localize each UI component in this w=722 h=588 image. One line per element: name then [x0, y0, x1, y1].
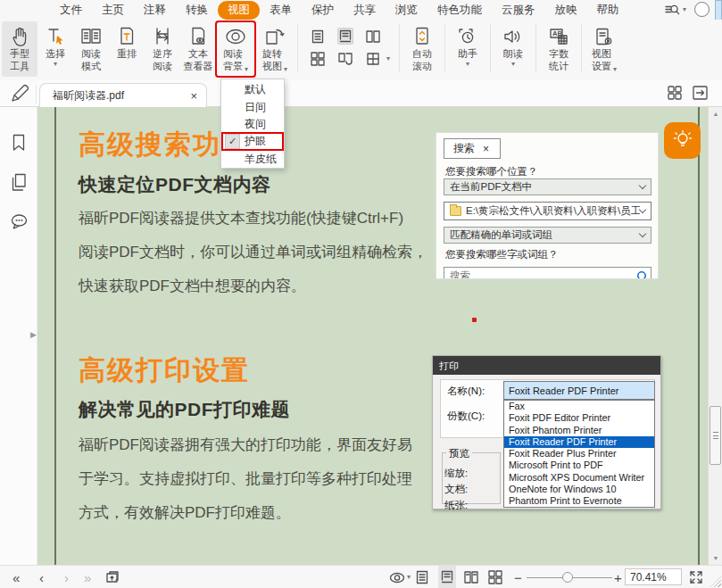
page-display-group: ▾ [301, 21, 386, 67]
cover-mode-icon[interactable] [337, 50, 353, 67]
paragraph-line: 于学习。支持虚拟打印、批量打印等多种打印处理 [79, 462, 412, 496]
thumb-grip [713, 432, 718, 439]
magnifier-icon [636, 269, 648, 279]
word-count-icon: AB [547, 24, 570, 48]
read-background-button[interactable]: 阅读 背景▾ [216, 21, 255, 77]
resize-grip[interactable] [710, 576, 721, 587]
hand-tool-button[interactable]: 手型 工具 [2, 21, 37, 77]
menu-item-parchment[interactable]: 羊皮纸 [221, 151, 284, 168]
prev-page-button[interactable]: ‹ [39, 566, 44, 588]
tip-lightbulb-button[interactable] [664, 122, 701, 159]
toolbar-label: 字数 统计 [549, 48, 568, 73]
menu-view[interactable]: 视图 [218, 1, 260, 20]
menu-home[interactable]: 主页 [92, 1, 134, 20]
expand-panel-icon[interactable]: ▶ [30, 330, 37, 339]
bookmarks-panel-icon[interactable] [9, 132, 29, 157]
reverse-order-icon [152, 24, 173, 48]
document-tab[interactable]: 福昕阅读器.pdf × [39, 83, 207, 107]
scroll-down-icon[interactable]: ▼ [709, 555, 722, 561]
word-count-button[interactable]: AB 字数 统计 [539, 21, 578, 77]
ribbon-search-button[interactable]: ▾ [664, 3, 686, 17]
view-mode-eye-button[interactable] [389, 566, 405, 588]
next-page-button[interactable]: › [64, 566, 69, 588]
paragraph-line: 快速获取PDF文档中想要的内容。 [79, 269, 427, 303]
text-viewer-button[interactable]: 文本 查看器 [180, 21, 216, 77]
annotate-pencil-icon[interactable] [10, 84, 29, 107]
chevron-down-icon: ▾ [284, 66, 287, 73]
text-viewer-icon [187, 24, 209, 48]
tab-grid-view-icon[interactable] [667, 85, 683, 104]
menu-play[interactable]: 放映 [545, 1, 587, 20]
panel-toggle-icon[interactable] [692, 85, 710, 104]
chevron-down-icon[interactable]: ▾ [407, 566, 411, 588]
split-view-icon[interactable]: ▾ [365, 50, 381, 67]
chevron-down-icon [639, 206, 646, 213]
menu-cloud[interactable]: 云服务 [492, 1, 545, 20]
search-path-value: E:\黄宗松文件\入职资料\入职资料\员工· [466, 204, 640, 218]
read-aloud-button[interactable]: 朗读 ▾ [494, 21, 533, 77]
menu-item-label: 羊皮纸 [245, 152, 277, 167]
view-ribbon-toolbar: 手型 工具 选择 ▾ 阅读 模式 重排 逆序 阅读 文本 查看器 阅读 背景▾ [0, 20, 722, 80]
auto-scroll-button[interactable]: 自动 滚动 [402, 21, 442, 77]
assistant-button[interactable]: 助手 ▾ [448, 21, 487, 77]
page-thumbnail-icon[interactable] [105, 566, 120, 588]
menu-convert[interactable]: 转换 [176, 1, 218, 20]
facing-continuous-icon[interactable] [310, 50, 326, 67]
menu-item-night[interactable]: 夜间 [221, 116, 284, 133]
menu-item-label: 日间 [245, 100, 266, 115]
printer-dropdown-list: Fax Foxit PDF Editor Printer Foxit Phant… [503, 400, 655, 508]
chevron-down-icon [639, 182, 646, 189]
reverse-read-button[interactable]: 逆序 阅读 [145, 21, 180, 77]
status-continuous-icon[interactable] [438, 566, 456, 588]
chevron-down-icon: ▾ [245, 66, 248, 73]
continuous-page-icon[interactable] [337, 28, 353, 45]
status-facing-continuous-icon[interactable] [488, 566, 502, 588]
printer-option-selected: Foxit Reader PDF Printer [504, 436, 654, 448]
menu-browse[interactable]: 浏览 [386, 1, 427, 20]
select-button[interactable]: 选择 ▾ [37, 21, 73, 77]
menu-comment[interactable]: 注释 [134, 1, 176, 20]
close-tab-icon[interactable]: × [190, 89, 197, 103]
zoom-level-input[interactable] [625, 568, 682, 585]
hand-icon [9, 24, 30, 48]
toolbar-label: 手型 工具 [10, 48, 29, 73]
menu-item-default[interactable]: 默认 [221, 81, 284, 98]
last-page-button[interactable]: » [84, 566, 91, 588]
scroll-up-icon[interactable]: ▲ [709, 111, 722, 117]
menu-item-label: 夜间 [245, 117, 266, 132]
pages-panel-icon[interactable] [9, 171, 29, 196]
facing-page-icon[interactable] [365, 28, 381, 45]
vertical-scrollbar[interactable]: ▲ ▼ [708, 107, 722, 565]
menu-item-day[interactable]: 日间 [221, 98, 284, 115]
toolbar-label: 旋转 视图 [262, 48, 282, 73]
status-facing-icon[interactable] [464, 566, 478, 588]
zoom-out-button[interactable]: − [514, 566, 522, 588]
search-panel-figure: 搜索 × 您要搜索哪个位置？ 在当前PDF文档中 E:\黄宗松文件\入职资料\入… [436, 132, 659, 279]
account-avatar[interactable] [694, 2, 710, 17]
status-single-page-icon[interactable] [416, 566, 428, 588]
read-mode-button[interactable]: 阅读 模式 [73, 21, 109, 77]
comments-panel-icon[interactable] [9, 211, 29, 236]
paragraph-line: 福昕PDF阅读器提供文本查找功能(快捷键Ctrl+F) [79, 202, 427, 236]
menu-item-eye-protection[interactable]: ✓ 护眼 [221, 133, 284, 150]
toolbar-separator [297, 24, 298, 72]
copies-label: 份数(C): [447, 410, 485, 423]
toolbar-label: 重排 [117, 48, 137, 61]
fullscreen-icon[interactable] [689, 566, 703, 588]
menu-file[interactable]: 文件 [50, 1, 92, 20]
menu-share[interactable]: 共享 [344, 1, 386, 20]
scrollbar-thumb[interactable] [710, 406, 721, 465]
menu-features[interactable]: 特色功能 [427, 1, 492, 20]
zoom-in-button[interactable]: + [614, 566, 622, 588]
toolbar-separator [444, 24, 445, 72]
rotate-view-button[interactable]: 旋转 视图▾ [255, 21, 295, 77]
reflow-button[interactable]: 重排 [109, 21, 145, 77]
menu-help[interactable]: 帮助 [587, 1, 629, 20]
menu-protect[interactable]: 保护 [302, 1, 344, 20]
single-page-icon[interactable] [310, 28, 326, 45]
view-settings-button[interactable]: 视图 设置▾ [585, 21, 624, 77]
zoom-slider-thumb[interactable] [562, 572, 573, 583]
menu-form[interactable]: 表单 [260, 1, 302, 20]
first-page-button[interactable]: « [12, 566, 20, 588]
scale-label: 缩放: [444, 467, 468, 480]
